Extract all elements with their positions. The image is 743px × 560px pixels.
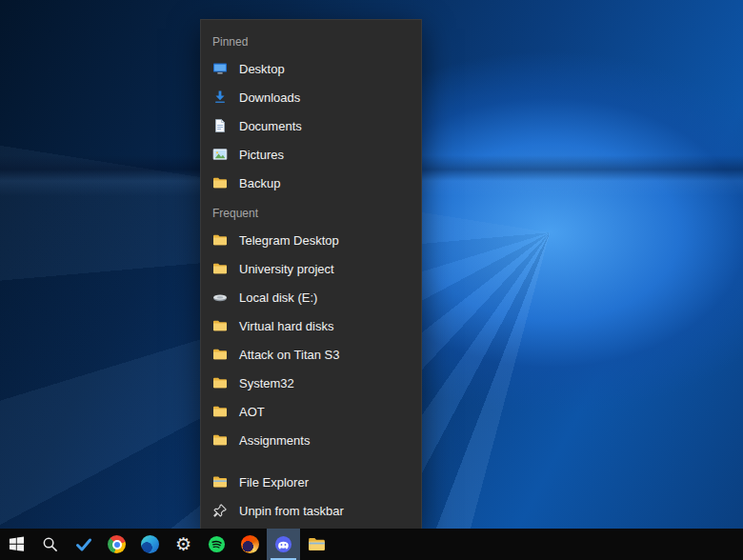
pictures-icon bbox=[212, 147, 228, 162]
jumplist-item-attack-on-titan-s3[interactable]: Attack on Titan S3 bbox=[201, 340, 421, 369]
jumplist-item-label: University project bbox=[239, 262, 334, 276]
folder-icon bbox=[212, 432, 228, 448]
jumplist-item-aot[interactable]: AOT bbox=[201, 397, 421, 426]
todo-app-button[interactable] bbox=[67, 529, 100, 560]
windows-logo-icon bbox=[9, 536, 25, 552]
task-file-explorer[interactable]: File Explorer bbox=[201, 468, 421, 496]
task-unpin-from-taskbar[interactable]: Unpin from taskbar bbox=[201, 496, 421, 525]
firefox-icon bbox=[241, 535, 259, 553]
task-label: Unpin from taskbar bbox=[239, 504, 344, 518]
checkmark-icon bbox=[75, 536, 92, 553]
jumplist-item-desktop[interactable]: Desktop bbox=[201, 54, 421, 83]
settings-button[interactable]: ⚙ bbox=[167, 529, 200, 560]
jumplist-item-label: Virtual hard disks bbox=[239, 319, 333, 333]
jumplist-item-label: Backup bbox=[239, 176, 280, 190]
edge-button[interactable] bbox=[133, 529, 167, 560]
file-explorer-icon bbox=[308, 535, 326, 553]
jumplist-item-backup[interactable]: Backup bbox=[201, 169, 421, 197]
folder-icon bbox=[212, 261, 228, 276]
search-button[interactable] bbox=[33, 529, 67, 560]
jumplist-item-assignments[interactable]: Assignments bbox=[201, 426, 421, 454]
jumplist-item-label: Downloads bbox=[239, 90, 300, 105]
jumplist-item-label: Local disk (E:) bbox=[239, 290, 317, 305]
jumplist-item-label: Telegram Desktop bbox=[239, 233, 339, 248]
folder-icon bbox=[212, 347, 228, 362]
jumplist-item-local-disk-e[interactable]: Local disk (E:) bbox=[201, 283, 421, 311]
taskbar: ⚙ bbox=[0, 529, 743, 560]
jumplist-item-label: Assignments bbox=[239, 433, 310, 448]
jumplist-item-virtual-hard-disks[interactable]: Virtual hard disks bbox=[201, 311, 421, 340]
file-explorer-jumplist: Pinned Desktop Downloads Documents Pictu… bbox=[200, 19, 422, 530]
spotify-button[interactable] bbox=[200, 529, 233, 560]
jumplist-item-university-project[interactable]: University project bbox=[201, 254, 421, 283]
jumplist-item-pictures[interactable]: Pictures bbox=[201, 140, 421, 169]
unpin-icon bbox=[212, 503, 228, 518]
file-explorer-icon bbox=[212, 474, 228, 490]
jumplist-item-label: Pictures bbox=[239, 148, 284, 162]
jumplist-section-header-frequent: Frequent bbox=[201, 201, 421, 226]
desktop-icon bbox=[212, 61, 228, 76]
discord-icon bbox=[274, 535, 292, 553]
jumplist-item-label: System32 bbox=[239, 376, 294, 390]
task-label: File Explorer bbox=[239, 475, 309, 490]
folder-icon bbox=[212, 404, 228, 419]
discord-button[interactable] bbox=[267, 529, 300, 560]
folder-icon bbox=[212, 318, 228, 333]
start-button[interactable] bbox=[0, 529, 33, 560]
chrome-icon bbox=[108, 535, 126, 553]
spotify-icon bbox=[208, 535, 226, 553]
search-icon bbox=[42, 536, 58, 552]
folder-icon bbox=[212, 175, 228, 190]
jumplist-item-label: AOT bbox=[239, 405, 265, 419]
jumplist-tasks: File Explorer Unpin from taskbar bbox=[201, 468, 421, 525]
firefox-button[interactable] bbox=[233, 529, 267, 560]
jumplist-item-downloads[interactable]: Downloads bbox=[201, 83, 421, 111]
folder-icon bbox=[212, 232, 228, 248]
jumplist-section-header-pinned: Pinned bbox=[201, 30, 421, 54]
file-explorer-button[interactable] bbox=[300, 529, 333, 560]
edge-icon bbox=[141, 535, 159, 553]
documents-icon bbox=[212, 118, 228, 133]
jumplist-item-system32[interactable]: System32 bbox=[201, 369, 421, 397]
drive-icon bbox=[212, 290, 228, 305]
jumplist-item-label: Desktop bbox=[239, 62, 285, 76]
folder-icon bbox=[212, 375, 228, 390]
chrome-button[interactable] bbox=[100, 529, 133, 560]
jumplist-item-documents[interactable]: Documents bbox=[201, 111, 421, 140]
gear-icon: ⚙ bbox=[175, 535, 191, 553]
jumplist-item-label: Attack on Titan S3 bbox=[239, 348, 340, 362]
jumplist-item-label: Documents bbox=[239, 119, 302, 133]
downloads-icon bbox=[212, 90, 228, 105]
jumplist-item-telegram-desktop[interactable]: Telegram Desktop bbox=[201, 226, 421, 254]
